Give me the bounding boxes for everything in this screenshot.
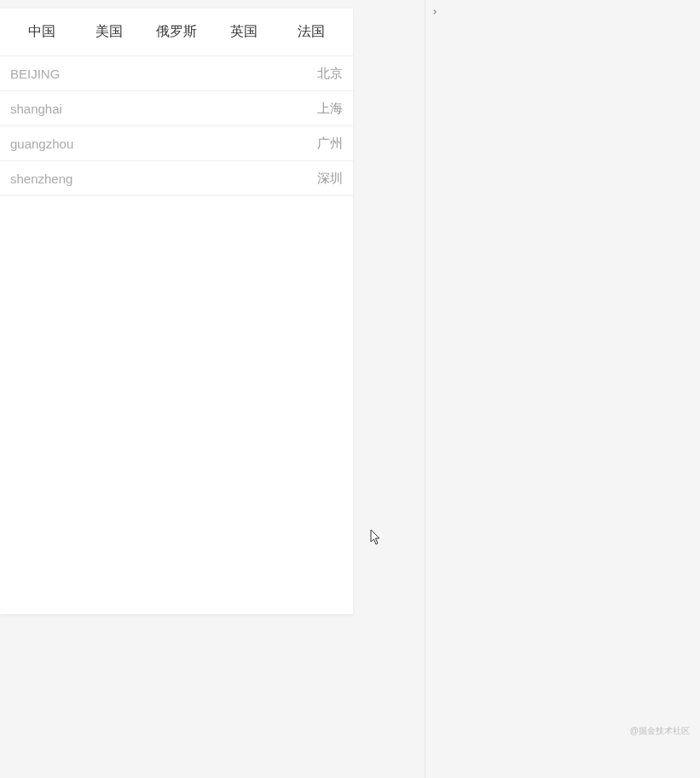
list-item[interactable]: guangzhou 广州	[0, 126, 353, 161]
city-pinyin: shanghai	[10, 102, 62, 116]
expand-toggle[interactable]	[428, 5, 442, 19]
cursor-icon	[370, 529, 382, 546]
tab-france[interactable]: 法国	[277, 23, 344, 41]
country-tabs: 中国 美国 俄罗斯 英国 法国	[0, 9, 353, 56]
list-item[interactable]: shanghai 上海	[0, 91, 353, 126]
city-pinyin: guangzhou	[10, 136, 73, 151]
main-panel: 中国 美国 俄罗斯 英国 法国 BEIJING 北京 shanghai 上海 g…	[0, 9, 353, 614]
list-item[interactable]: BEIJING 北京	[0, 56, 353, 91]
city-cn: 北京	[317, 66, 343, 82]
chevron-right-icon	[431, 4, 439, 20]
city-cn: 上海	[317, 101, 343, 117]
tab-uk[interactable]: 英国	[210, 23, 277, 41]
city-list: BEIJING 北京 shanghai 上海 guangzhou 广州 shen…	[0, 56, 353, 196]
vertical-divider	[425, 0, 425, 778]
tab-russia[interactable]: 俄罗斯	[143, 23, 211, 41]
city-pinyin: BEIJING	[10, 67, 60, 81]
watermark-text: @掘金技术社区	[630, 725, 690, 737]
city-cn: 深圳	[317, 171, 343, 187]
city-pinyin: shenzheng	[10, 171, 72, 186]
list-item[interactable]: shenzheng 深圳	[0, 161, 353, 196]
city-cn: 广州	[317, 136, 343, 152]
tab-usa[interactable]: 美国	[76, 23, 143, 41]
tab-china[interactable]: 中国	[9, 23, 76, 41]
